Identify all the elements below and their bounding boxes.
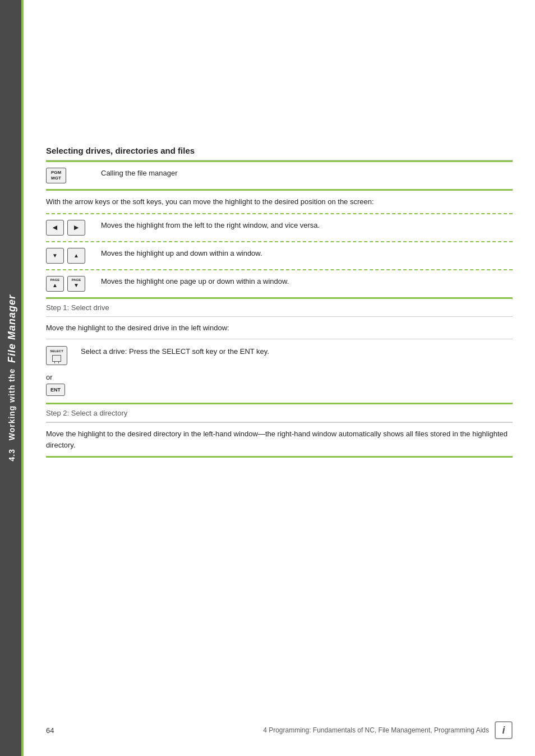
select-ent-row: SELECT Select a drive: Press the SELECT … xyxy=(46,339,513,371)
select-ent-keys: SELECT xyxy=(46,346,71,365)
arrow-up-key[interactable]: ▲ xyxy=(67,248,85,264)
pgm-mgt-keys: PGMMGT xyxy=(46,168,91,183)
info-icon: i xyxy=(495,721,513,739)
pgm-mgt-row: PGMMGT Calling the file manager xyxy=(46,162,513,189)
page-up-key[interactable]: PAGE ▲ xyxy=(46,276,64,292)
sidebar-label: 4.3 Working with the File Manager xyxy=(6,294,18,461)
main-content: Selecting drives, directories and files … xyxy=(24,0,535,480)
sidebar: 4.3 Working with the File Manager xyxy=(0,0,24,756)
up-down-keys: ▼ ▲ xyxy=(46,248,91,264)
up-down-description: Moves the highlight up and down within a… xyxy=(101,248,513,257)
top-space xyxy=(46,11,513,146)
step2-body: Move the highlight to the desired direct… xyxy=(46,423,513,456)
page-down-key[interactable]: PAGE ▼ xyxy=(67,276,85,292)
footer-description: 4 Programming: Fundamentals of NC, File … xyxy=(263,726,489,734)
arrow-down-key[interactable]: ▼ xyxy=(46,248,64,264)
left-right-row: ◀ ▶ Moves the highlight from the left to… xyxy=(46,214,513,241)
footer-right: 4 Programming: Fundamentals of NC, File … xyxy=(263,721,513,739)
intro-text: With the arrow keys or the soft keys, yo… xyxy=(46,191,513,213)
left-right-keys: ◀ ▶ xyxy=(46,220,91,236)
sidebar-chapter-number: 4.3 xyxy=(7,449,16,461)
arrow-left-key[interactable]: ◀ xyxy=(46,220,64,236)
or-label: or xyxy=(46,371,513,384)
sidebar-chapter-label: Working with the xyxy=(7,368,16,441)
sidebar-chapter-title: File Manager xyxy=(6,294,17,363)
step1-label: Step 1: Select drive xyxy=(46,299,513,317)
up-down-row: ▼ ▲ Moves the highlight up and down with… xyxy=(46,242,513,269)
select-key[interactable]: SELECT xyxy=(46,346,67,365)
green-divider-4 xyxy=(46,456,513,458)
page-row: PAGE ▲ PAGE ▼ Moves the highlight one pa… xyxy=(46,270,513,297)
page-keys: PAGE ▲ PAGE ▼ xyxy=(46,276,91,292)
footer: 64 4 Programming: Fundamentals of NC, Fi… xyxy=(24,721,535,739)
select-description: Select a drive: Press the SELECT soft ke… xyxy=(81,346,513,356)
page-description: Moves the highlight one page up or down … xyxy=(101,276,513,285)
ent-key[interactable]: ENT xyxy=(46,384,65,396)
step1-body: Move the highlight to the desired drive … xyxy=(46,317,513,339)
pgm-mgt-key[interactable]: PGMMGT xyxy=(46,168,66,183)
pgm-mgt-description: Calling the file manager xyxy=(101,168,513,177)
step2-label: Step 2: Select a directory xyxy=(46,404,513,422)
section-heading: Selecting drives, directories and files xyxy=(46,146,513,160)
footer-page-number: 64 xyxy=(46,726,54,735)
left-right-description: Moves the highlight from the left to the… xyxy=(101,220,513,229)
arrow-right-key[interactable]: ▶ xyxy=(67,220,85,236)
